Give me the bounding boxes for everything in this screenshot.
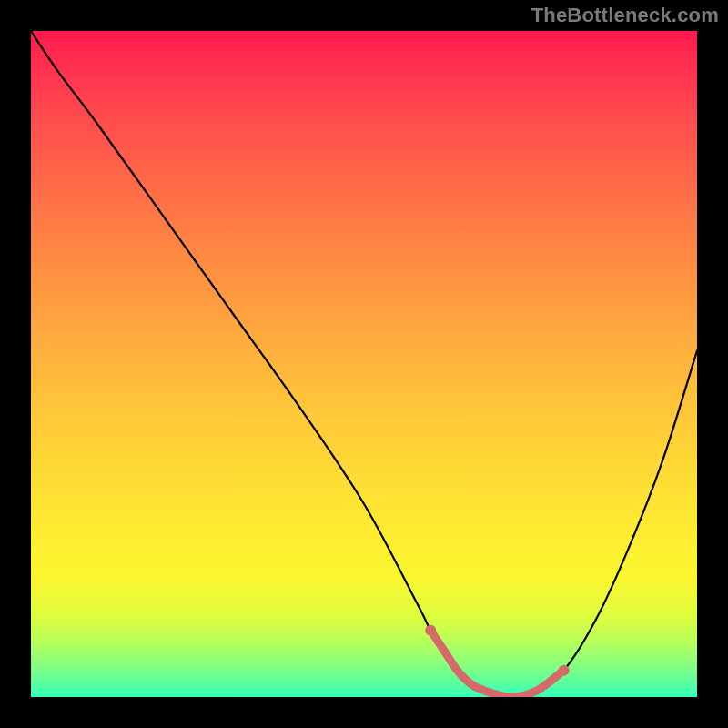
- optimal-range-dot-right: [559, 665, 570, 676]
- plot-area: [31, 31, 697, 697]
- bottleneck-curve: [31, 31, 697, 697]
- watermark-label: TheBottleneck.com: [531, 4, 719, 27]
- optimal-range-dot-left: [425, 625, 436, 636]
- chart-frame: TheBottleneck.com: [0, 0, 728, 728]
- curve-svg: [31, 31, 697, 697]
- optimal-range-segment: [430, 631, 563, 697]
